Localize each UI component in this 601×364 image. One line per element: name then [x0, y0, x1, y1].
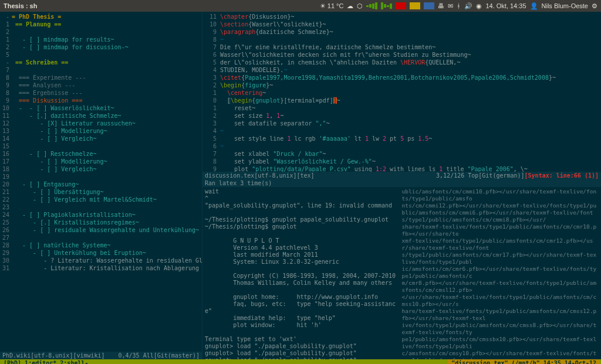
outline-line[interactable]: 11 - [.] dazitische Schmelze~ — [0, 112, 202, 120]
editor-line[interactable]: 9 plot "plotting/data/Papale_P.csv" usin… — [202, 165, 601, 172]
editor-statusline: discussion.tex[utf-8,unix][tex] 3,12/126… — [202, 172, 601, 179]
outline-line[interactable]: 28 - [ ] natürliche Systeme~ — [0, 241, 202, 249]
tmux-statusline[interactable]: [PhD] 1:editor* 2:shell- "discussion.tex… — [0, 359, 601, 364]
outline-line[interactable]: 9 === Diskussion === — [0, 97, 202, 104]
editor-line[interactable]: 4STUDIEN, MODELLE}.~ — [202, 66, 601, 74]
outline-line[interactable]: 9 === Analysen --- — [0, 81, 202, 89]
editor-line[interactable]: 1 reset~ — [202, 104, 601, 112]
outline-line[interactable]: 2 — [0, 28, 202, 36]
editor-line[interactable]: 6Wasserl\"oslichkeiten decken sich mit f… — [202, 51, 601, 59]
outline-line[interactable]: 19 — [0, 173, 202, 181]
outline-line[interactable]: 2 - [ ] mindmap for discussion-~ — [0, 43, 202, 51]
editor-line[interactable]: 11\chapter{Diskussion}~ — [202, 13, 601, 21]
latex-editor-pane[interactable]: 11\chapter{Diskussion}~10\section{Wasser… — [202, 12, 601, 172]
outline-line[interactable]: 17 - [ ] Modellierung~ — [0, 158, 202, 165]
editor-line[interactable]: 6~ — [202, 142, 601, 150]
outline-line[interactable]: 22 - [ ] Vergleich mit Martel&Schmidt~ — [0, 196, 202, 203]
outline-line[interactable]: 20 - [ ] Entgasung~ — [0, 181, 202, 188]
editor-line[interactable]: 2\begin{figure}~ — [202, 81, 601, 89]
weather-indicator[interactable]: ☀ 11 °C — [320, 2, 344, 10]
editor-line[interactable]: 9\paragraph{dazitische Schmelze}~ — [202, 28, 601, 36]
outline-line[interactable]: 21 - [ ] Übersättigung~ — [0, 188, 202, 196]
outline-line[interactable]: 24 - [ ] Plagioklaskristallisation~ — [0, 211, 202, 219]
outline-line[interactable]: -= PhD Thesis = — [0, 13, 202, 21]
workspace-1[interactable] — [396, 2, 406, 9]
cloud-icon[interactable]: ☁ — [347, 2, 353, 10]
mail-icon[interactable]: ✉ — [448, 2, 453, 10]
cursor-pos: 0,4/35 All[Git(master)] — [119, 352, 200, 359]
editor-line[interactable]: 3\citet{Papale1997,Moore1998,Yamashita19… — [202, 74, 601, 81]
outline-line[interactable]: 1 == Planung == — [0, 21, 202, 28]
clock[interactable]: 14. Okt, 14:35 — [485, 2, 526, 9]
outline-line[interactable]: 26 - [ ] residuale Wassergehalte und Unt… — [0, 226, 202, 234]
outline-line[interactable]: 25 - [.] Kristallisationsregimes~ — [0, 219, 202, 226]
outline-line[interactable]: 14 - [ ] Vergleich~ — [0, 135, 202, 142]
outline-line[interactable]: 30 - ? Literatur: Wassergehalte in resid… — [0, 257, 202, 264]
bluetooth-icon[interactable]: ᚼ — [457, 2, 461, 9]
editor-line[interactable]: 7 set xlabel "Druck / kbar"~ — [202, 150, 601, 158]
tmux-session[interactable]: [PhD] 1:editor* 2:shell- — [1, 359, 91, 364]
editor-cursor-pos: 3,12/126 Top[Git(german)] — [436, 172, 525, 179]
system-indicators[interactable]: ☀ 11 °C ☁ ⬡ 🖶 ✉ ᚼ 🔊 ◉ 14. Okt, 14:35 👤 N… — [320, 2, 597, 10]
workspace-3[interactable] — [424, 2, 434, 9]
editor-line[interactable]: 5der L\"oslichkeit, in chemisch \"ahnlic… — [202, 59, 601, 66]
user-name[interactable]: Nils Blum-Oeste — [542, 2, 588, 9]
system-load-graph[interactable] — [366, 2, 377, 9]
editor-line[interactable]: 1 \centering~ — [202, 89, 601, 97]
buffer-name: PhD.wiki[utf-8,unix][vimwiki] — [2, 352, 105, 359]
wifi-icon[interactable]: ◉ — [476, 2, 482, 10]
settings-icon[interactable]: ⚙ — [592, 2, 597, 10]
syntax-warning: [Syntax: line:66 (1)] — [525, 172, 599, 179]
system-load-graph-2[interactable] — [381, 2, 392, 9]
outline-statusline: PhD.wiki[utf-8,unix][vimwiki] 0,4/35 All… — [0, 352, 202, 359]
outline-line[interactable]: 16 - [ ] Restschmelze~ — [0, 150, 202, 158]
outline-line[interactable]: 10 - - [ ] Wasserlöslichkeit~ — [0, 104, 202, 112]
tmux-right: "discussion.tex" (/mnt/h" 14:35 14-Oct-1… — [448, 359, 600, 364]
outline-line[interactable]: 12 - [X] Literatur raussuchen~ — [0, 120, 202, 127]
outline-line[interactable]: 27 — [0, 234, 202, 241]
outline-line[interactable]: 7 — [0, 66, 202, 74]
editor-line[interactable]: 2 set size 1, 1~ — [202, 112, 601, 120]
outline-line[interactable]: 1 - [ ] mindmap for results~ — [0, 36, 202, 43]
editor-line[interactable]: 3 set datafile separator ","~ — [202, 120, 601, 127]
print-icon[interactable]: 🖶 — [438, 2, 444, 9]
outline-line[interactable]: - == Schreiben == — [0, 59, 202, 66]
vimwiki-outline-pane[interactable]: -= PhD Thesis =1 == Planung ==21 - [ ] m… — [0, 12, 202, 359]
terminal-right[interactable]: ublic/amsfonts/cm/cmmi10.pfb></usr/share… — [402, 188, 599, 358]
editor-line[interactable]: 8 set ylabel "Wasserlöslichkeit / Gew.-%… — [202, 158, 601, 165]
dropbox-icon[interactable]: ⬡ — [357, 2, 363, 10]
outline-line[interactable]: 15 — [0, 142, 202, 150]
outline-line[interactable]: 8 === Experimente --- — [0, 74, 202, 81]
workspace-2[interactable] — [410, 2, 420, 9]
editor-line[interactable]: 8~ — [202, 36, 601, 43]
outline-line[interactable]: 18 - [ ] Vergleich~ — [0, 165, 202, 173]
editor-line[interactable]: 5 set style line 1 lc rgb '#aaaaaa' lt 1… — [202, 135, 601, 142]
outline-line[interactable]: 13 - [ ] Modellierung~ — [0, 127, 202, 135]
editor-line[interactable]: 7Die f\"ur eine kristallfreie, dazitisch… — [202, 43, 601, 51]
latex-run-banner: Ran latex 3 time(s) — [202, 179, 601, 187]
outline-line[interactable]: 5 — [0, 51, 202, 59]
editor-line[interactable]: 4~ — [202, 127, 601, 135]
outline-line[interactable]: 31 - Literatur: Kristallisation nach Abl… — [0, 264, 202, 272]
window-title: Thesis : sh — [4, 2, 37, 9]
editor-line[interactable]: 0 [\begin{gnuplot}[terminal=pdf]]~ — [202, 97, 601, 104]
outline-line[interactable]: 8 === Ergebnisse --- — [0, 89, 202, 97]
editor-buffer-name: discussion.tex[utf-8,unix][tex] — [205, 172, 315, 179]
terminal-pane[interactable]: wait ^ "papale_solubility.gnuplot", line… — [202, 187, 601, 359]
terminal-left[interactable]: wait ^ "papale_solubility.gnuplot", line… — [205, 188, 402, 358]
editor-line[interactable]: 10\section{Wasserl\"oslichkeit}~ — [202, 21, 601, 28]
latex-run-msg: Ran latex 3 time(s) — [205, 179, 272, 187]
outline-line[interactable]: 29 - [ ] Unterkühlung bei Eruption~ — [0, 249, 202, 257]
user-icon[interactable]: 👤 — [530, 2, 538, 10]
volume-icon[interactable]: 🔊 — [464, 2, 472, 10]
system-topbar: Thesis : sh ☀ 11 °C ☁ ⬡ 🖶 ✉ ᚼ 🔊 ◉ 14. Ok… — [0, 0, 601, 12]
outline-line[interactable]: 23 — [0, 203, 202, 211]
